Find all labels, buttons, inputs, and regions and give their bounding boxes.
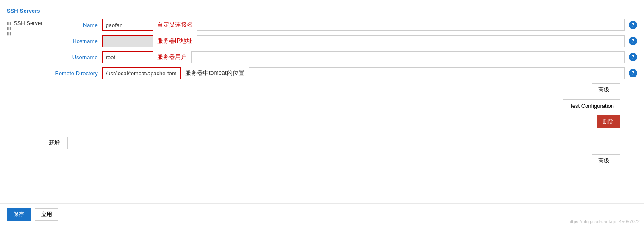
remote-dir-hint: 服务器中tomcat的位置 xyxy=(185,69,244,77)
remote-dir-label: Remote Directory xyxy=(47,70,98,77)
apply-button[interactable]: 应用 xyxy=(35,208,58,221)
username-help-icon[interactable]: ? xyxy=(629,53,637,61)
name-help-icon[interactable]: ? xyxy=(629,21,637,29)
username-row-content: 服务器用户 xyxy=(102,51,625,63)
username-full-input[interactable] xyxy=(191,51,625,63)
name-row: Name 自定义连接名 ? xyxy=(47,19,637,31)
hostname-row: Hostname 服务器IP地址 ? xyxy=(47,35,637,47)
advanced2-button[interactable]: 高级... xyxy=(592,154,620,167)
advanced2-section: 高级... xyxy=(7,154,637,167)
servers-label: Servers xyxy=(20,8,40,14)
username-input[interactable] xyxy=(102,51,153,63)
section-header: ▮▮▮▮▮▮ SSH Server xyxy=(7,19,43,128)
advanced1-button[interactable]: 高级... xyxy=(592,83,620,96)
remote-dir-row-content: 服务器中tomcat的位置 xyxy=(102,67,625,79)
hostname-full-input[interactable] xyxy=(197,35,625,47)
test-config-button[interactable]: Test Configuration xyxy=(563,99,620,112)
section-label: SSH Server xyxy=(14,20,43,26)
remote-dir-input[interactable] xyxy=(102,67,181,79)
page-title: SSH Servers xyxy=(0,4,644,19)
name-label: Name xyxy=(47,22,98,28)
hostname-row-content: 服务器IP地址 xyxy=(102,35,625,47)
name-full-input[interactable] xyxy=(197,19,625,31)
section-dots-icon: ▮▮▮▮▮▮ xyxy=(7,20,12,36)
add-section: 新增 xyxy=(7,137,637,149)
save-button[interactable]: 保存 xyxy=(7,208,31,221)
username-hint: 服务器用户 xyxy=(157,53,187,61)
form-and-actions: Name 自定义连接名 ? Hostname 服务器IP地址 xyxy=(43,19,637,128)
name-row-content: 自定义连接名 xyxy=(102,19,625,31)
add-button[interactable]: 新增 xyxy=(41,137,68,149)
hostname-label: Hostname xyxy=(47,38,98,44)
action-buttons: 高级... Test Configuration 删除 xyxy=(47,83,637,128)
watermark: https://blog.csdn.net/qq_45057072 xyxy=(568,219,640,224)
hostname-help-icon[interactable]: ? xyxy=(629,37,637,45)
delete-button[interactable]: 删除 xyxy=(597,115,620,128)
main-content: ▮▮▮▮▮▮ SSH Server Name 自定义连接名 ? xyxy=(0,19,644,167)
hostname-hint: 服务器IP地址 xyxy=(157,37,192,45)
name-hint: 自定义连接名 xyxy=(157,21,193,29)
remote-dir-help-icon[interactable]: ? xyxy=(629,69,637,77)
ssh-server-section: ▮▮▮▮▮▮ SSH Server Name 自定义连接名 ? xyxy=(7,19,637,128)
bottom-bar: 保存 应用 xyxy=(0,203,644,225)
username-row: Username 服务器用户 ? xyxy=(47,51,637,63)
remote-dir-full-input[interactable] xyxy=(249,67,625,79)
ssh-label: SSH xyxy=(7,8,18,14)
page-container: SSH Servers ▮▮▮▮▮▮ SSH Server Name 自定义连接… xyxy=(0,0,644,225)
name-input[interactable] xyxy=(102,19,153,31)
remote-dir-row: Remote Directory 服务器中tomcat的位置 ? xyxy=(47,67,637,79)
username-label: Username xyxy=(47,54,98,60)
hostname-input[interactable] xyxy=(102,35,153,47)
